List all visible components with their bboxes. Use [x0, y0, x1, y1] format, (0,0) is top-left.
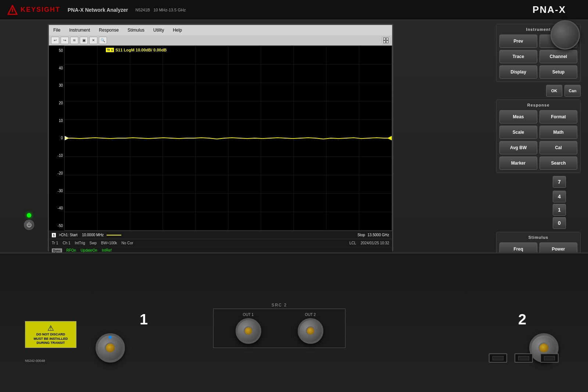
- usb-port-2: [514, 353, 533, 363]
- format-button[interactable]: Format: [539, 110, 577, 123]
- menu-file[interactable]: File: [52, 27, 62, 33]
- out1-label: OUT 1: [236, 313, 261, 317]
- usb-port-3: [540, 353, 559, 363]
- svg-rect-3: [386, 38, 388, 40]
- freq-start: 1 >Ch1: Start 10.0000 MHz: [52, 233, 121, 237]
- trace-button[interactable]: Trace: [499, 50, 537, 63]
- chart-area: 50 40 30 20 10 0 -10 -20 -30 -40 -50: [49, 46, 392, 231]
- brand-name: KEYSIGHT: [21, 6, 60, 14]
- meas-button[interactable]: Meas: [499, 110, 537, 123]
- timestamp: 2024/01/25 10:32: [361, 241, 389, 245]
- rotary-knob[interactable]: [551, 20, 580, 50]
- menu-bar: File Instrument Response Stimulus Utilit…: [49, 25, 392, 35]
- menu-utility[interactable]: Utility: [152, 27, 165, 33]
- bw-status: BW=100k: [101, 241, 117, 245]
- instrument-title: PNA-X Network Analyzer: [68, 7, 128, 13]
- power-button[interactable]: ⏻: [24, 220, 34, 230]
- tr1-status: Tr 1: [52, 241, 58, 245]
- warning-text-must-install: MUST BE INSTALLED: [28, 337, 73, 341]
- display-button[interactable]: Display: [499, 65, 537, 79]
- warning-icon: ⚠: [28, 324, 73, 332]
- port1-inner: [105, 342, 116, 353]
- menu-response[interactable]: Response: [97, 27, 120, 33]
- lcl-status: LCL: [349, 241, 356, 245]
- out1-connector: [236, 318, 261, 344]
- search-button[interactable]: Search: [539, 157, 577, 170]
- response-section: Response Meas Format Scale Math Avg BW C…: [496, 100, 581, 173]
- freq-stop: Stop 13.5000 GHz: [358, 233, 389, 237]
- svg-rect-4: [383, 41, 386, 43]
- nocor-status: No Cor: [122, 241, 133, 245]
- menu-help[interactable]: Help: [171, 27, 183, 33]
- redo-button[interactable]: ↪: [61, 37, 69, 44]
- numpad-row-4-blank: 4: [496, 191, 581, 202]
- response-section-title: Response: [499, 103, 577, 107]
- freq-bar: 1 >Ch1: Start 10.0000 MHz Stop 13.5000 G…: [49, 231, 392, 239]
- port2-inner: [538, 342, 549, 353]
- cancel-button[interactable]: Can: [564, 85, 581, 97]
- zoom-button[interactable]: 🔍: [99, 37, 107, 44]
- keysight-logo: KEYSIGHT: [7, 5, 60, 15]
- power-led: [27, 213, 31, 217]
- channel-button[interactable]: Channel: [539, 50, 577, 63]
- keysight-logo-icon: [7, 5, 18, 15]
- menu-instrument[interactable]: Instrument: [68, 27, 92, 33]
- screen-area: File Instrument Response Stimulus Utilit…: [48, 24, 393, 252]
- sync-badge: Sync: [52, 248, 62, 253]
- y-axis: 50 40 30 20 10 0 -10 -20 -30 -40 -50: [49, 46, 64, 231]
- out2-inner: [306, 326, 315, 336]
- analyze-button[interactable]: ≋: [70, 37, 78, 44]
- pna-x-title: PNA-X: [533, 4, 566, 15]
- scale-button[interactable]: Scale: [499, 126, 537, 139]
- math-button[interactable]: Math: [539, 126, 577, 139]
- chart-svg: [65, 46, 392, 230]
- ok-cancel-row: OK Can: [496, 85, 581, 97]
- key-1[interactable]: 1: [553, 204, 566, 216]
- out1-area: OUT 1: [236, 313, 261, 344]
- prev-button[interactable]: Prev: [499, 35, 537, 48]
- cal-button[interactable]: Cal: [539, 141, 577, 154]
- chart-grid: [64, 46, 392, 231]
- numpad-row-7-blank: 7: [496, 176, 581, 188]
- setup-button[interactable]: Setup: [539, 65, 577, 79]
- marker-button[interactable]: Marker: [499, 157, 537, 170]
- out1-inner: [244, 326, 253, 336]
- start-label: >Ch1: Start: [59, 233, 78, 237]
- start-freq: 10.0000 MHz: [82, 233, 104, 237]
- trace-badge: Tr 1: [106, 48, 114, 52]
- warning-text-do-not-discard: DO NOT DISCARD: [28, 332, 73, 337]
- out2-label: OUT 2: [298, 313, 323, 317]
- key-4[interactable]: 4: [553, 191, 566, 202]
- grid-layout-button[interactable]: [382, 37, 390, 44]
- key-7[interactable]: 7: [553, 176, 566, 188]
- ch-badge: 1: [52, 233, 56, 237]
- warning-label: ⚠ DO NOT DISCARD MUST BE INSTALLED DURIN…: [25, 321, 76, 348]
- svg-marker-28: [387, 136, 392, 140]
- warning-text-during-transit: DURING TRANSIT: [28, 341, 73, 345]
- response-btn-grid: Meas Format Scale Math Avg BW Cal Marker…: [499, 110, 577, 170]
- swp-status: Swp: [90, 241, 97, 245]
- ch1-status: Ch 1: [62, 241, 70, 245]
- ok-button[interactable]: OK: [546, 85, 562, 97]
- out2-area: OUT 2: [298, 313, 323, 344]
- toolbar: ↩ ↪ ≋ ▣ ✕ 🔍: [49, 35, 392, 46]
- clear-button[interactable]: ✕: [89, 37, 97, 44]
- src2-label: SRC 2: [213, 303, 345, 307]
- numpad-row-1-blank: 1: [496, 204, 581, 216]
- trace-info: S11 LogM 10.00dB/ 0.00dB: [115, 48, 166, 52]
- key-0[interactable]: 0: [553, 217, 566, 229]
- svg-rect-2: [383, 38, 386, 40]
- out2-connector: [298, 318, 323, 344]
- port1-led: [109, 336, 112, 339]
- intref-status: IntRef: [102, 248, 112, 252]
- bottom-area: ⚠ DO NOT DISCARD MUST BE INSTALLED DURIN…: [0, 252, 588, 392]
- freq-line: [107, 235, 121, 235]
- usb-port-1: [489, 353, 507, 363]
- menu-stimulus[interactable]: Stimulus: [126, 27, 146, 33]
- port2-number: 2: [518, 311, 526, 328]
- undo-button[interactable]: ↩: [51, 37, 59, 44]
- avg-bw-button[interactable]: Avg BW: [499, 141, 537, 154]
- model-info: N5241B 10 MHz-13.5 GHz: [135, 8, 186, 12]
- inttrig-status: IntTrig: [75, 241, 85, 245]
- display-button[interactable]: ▣: [80, 37, 88, 44]
